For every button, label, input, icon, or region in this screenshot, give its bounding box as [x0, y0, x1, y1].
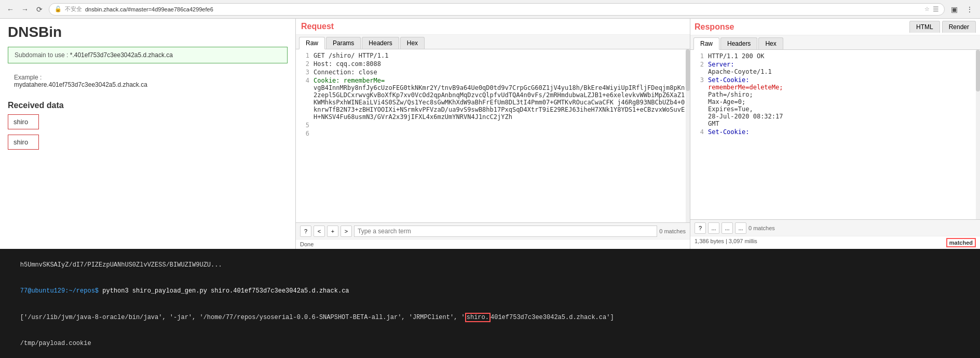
- request-panel: Request Raw Params Headers Hex 1 GET /sh…: [296, 19, 690, 249]
- back-button[interactable]: ←: [4, 3, 17, 16]
- response-search-ellipsis-1[interactable]: ...: [708, 222, 719, 234]
- response-panel: Response HTML Render Raw Headers Hex 1 H…: [690, 19, 980, 249]
- request-line-4: 4 Cookie: rememberMe=vgB4InnMRby8nfJy6cU…: [296, 76, 690, 121]
- example-box: Example : mydatahere.401ef753d7c3ee3042a…: [8, 70, 288, 92]
- example-label: Example :: [14, 74, 42, 81]
- browser-chrome: ← → ⟳ 🔓 不安全 dnsbin.zhack.ca/#master=4d99…: [0, 0, 980, 19]
- response-matches-count: 0 matches: [748, 225, 775, 231]
- status-bar: Done: [296, 239, 690, 249]
- left-panel: DNSBin Subdomain to use : *.401ef753d7c3…: [0, 19, 296, 249]
- subdomain-box: Subdomain to use : *.401ef753d7c3ee3042a…: [8, 47, 288, 63]
- response-tab-render[interactable]: Render: [942, 21, 976, 33]
- search-input[interactable]: [354, 226, 657, 237]
- bytes-text: 1,386 bytes | 3,097 millis: [695, 238, 757, 247]
- subdomain-label: Subdomain to use :: [15, 51, 70, 59]
- reader-icon[interactable]: ☰: [933, 5, 939, 13]
- tab-raw[interactable]: Raw: [299, 37, 325, 49]
- response-search-bar: ? ... ... ... 0 matches: [690, 219, 980, 236]
- matches-count: 0 matches: [659, 228, 686, 234]
- bookmark-icon[interactable]: ☆: [924, 6, 930, 12]
- tab-params[interactable]: Params: [326, 37, 361, 49]
- extensions-button[interactable]: ▣: [948, 3, 960, 16]
- request-line-1: 1 GET /shiro/ HTTP/1.1: [296, 51, 690, 60]
- search-prev-button[interactable]: <: [314, 226, 325, 237]
- response-line-4: 4 Set-Cookie:: [690, 128, 980, 136]
- request-tab-bar: Raw Params Headers Hex: [296, 35, 690, 49]
- request-line-5: 5: [296, 121, 690, 129]
- terminal[interactable]: h5UmnvSKSAIyZ/dI7/PIZEzpUANhUS0ZlvVZESS/…: [0, 249, 980, 358]
- security-warning: 不安全: [65, 5, 82, 13]
- data-item-1[interactable]: shiro: [8, 114, 39, 129]
- search-help-button[interactable]: ?: [300, 226, 311, 237]
- request-line-3: 3 Connection: close: [296, 68, 690, 76]
- response-search-ellipsis-2[interactable]: ...: [722, 222, 733, 234]
- response-line-1: 1 HTTP/1.1 200 OK: [690, 52, 980, 60]
- response-tab-bar: Raw Headers Hex: [690, 35, 980, 50]
- response-search-help-button[interactable]: ?: [695, 222, 706, 234]
- search-bar: ? < + > 0 matches: [296, 222, 690, 239]
- terminal-line-1: h5UmnvSKSAIyZ/dI7/PIZEzpUANhUS0ZlvVZESS/…: [5, 252, 975, 278]
- terminal-line-4: /tmp/payload.cookie: [5, 330, 975, 356]
- response-tab-html[interactable]: HTML: [909, 21, 940, 33]
- request-body: 1 GET /shiro/ HTTP/1.1 2 Host: cqq.com:8…: [296, 49, 690, 222]
- nav-buttons: ← → ⟳: [4, 3, 46, 16]
- matched-badge: matched: [946, 238, 976, 247]
- received-data-title: Received data: [8, 101, 288, 110]
- response-title: Response: [695, 22, 734, 32]
- example-value: mydatahere.401ef753d7c3ee3042a5.d.zhack.…: [14, 81, 147, 88]
- data-item-2[interactable]: shiro: [8, 135, 39, 150]
- menu-button[interactable]: ⋮: [963, 3, 976, 16]
- forward-button[interactable]: →: [19, 3, 31, 16]
- response-bytes-info: 1,386 bytes | 3,097 millis matched: [690, 236, 980, 249]
- data-items-list: shiro shiro: [8, 114, 288, 153]
- response-tab-headers[interactable]: Headers: [720, 37, 757, 49]
- subdomain-value: *.401ef753d7c3ee3042a5.d.zhack.ca: [70, 51, 173, 59]
- response-tab-hex[interactable]: Hex: [758, 37, 783, 49]
- response-line-2: 2 Server:Apache-Coyote/1.1: [690, 60, 980, 76]
- response-body: 1 HTTP/1.1 200 OK 2 Server:Apache-Coyote…: [690, 50, 980, 219]
- tab-hex[interactable]: Hex: [400, 37, 425, 49]
- request-title: Request: [296, 19, 690, 35]
- terminal-line-2: 77@ubuntu129:~/repos$ python3 shiro_payl…: [5, 278, 975, 304]
- response-search-ellipsis-3[interactable]: ...: [735, 222, 746, 234]
- reload-button[interactable]: ⟳: [33, 3, 46, 16]
- terminal-line-3: ['/usr/lib/jvm/java-8-oracle/bin/java', …: [5, 304, 975, 330]
- request-line-6: 6: [296, 129, 690, 138]
- address-bar[interactable]: 🔓 不安全 dnsbin.zhack.ca/#master=4d99eae786…: [49, 3, 945, 16]
- response-tab-raw[interactable]: Raw: [693, 37, 719, 50]
- search-next-button[interactable]: +: [327, 226, 338, 237]
- tab-headers[interactable]: Headers: [362, 37, 399, 49]
- request-line-2: 2 Host: cqq.com:8088: [296, 60, 690, 68]
- url-text: dnsbin.zhack.ca/#master=4d99eae786ca4299…: [85, 6, 921, 12]
- search-close-button[interactable]: >: [341, 226, 352, 237]
- browser-actions: ▣ ⋮: [948, 3, 976, 16]
- security-icon: 🔓: [55, 6, 62, 12]
- response-line-3: 3 Set-Cookie:rememberMe=deleteMe;Path=/s…: [690, 76, 980, 128]
- dnsbin-title: DNSBin: [8, 24, 288, 41]
